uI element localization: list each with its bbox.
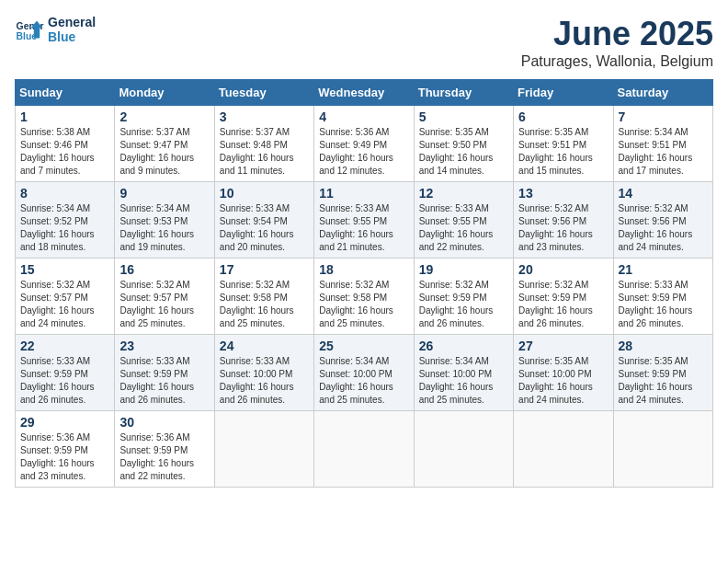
- day-detail: Sunrise: 5:35 AM Sunset: 9:51 PM Dayligh…: [518, 126, 608, 178]
- day-detail: Sunrise: 5:38 AM Sunset: 9:46 PM Dayligh…: [20, 126, 109, 178]
- calendar-week-3: 15 Sunrise: 5:32 AM Sunset: 9:57 PM Dayl…: [16, 259, 713, 335]
- calendar-table: Sunday Monday Tuesday Wednesday Thursday…: [15, 79, 713, 488]
- day-number: 28: [619, 339, 708, 353]
- day-detail: Sunrise: 5:32 AM Sunset: 9:58 PM Dayligh…: [319, 279, 408, 330]
- col-monday: Monday: [115, 80, 214, 106]
- day-detail: Sunrise: 5:32 AM Sunset: 9:57 PM Dayligh…: [119, 279, 209, 330]
- calendar-cell: 10 Sunrise: 5:33 AM Sunset: 9:54 PM Dayl…: [214, 182, 313, 259]
- calendar-cell: 15 Sunrise: 5:32 AM Sunset: 9:57 PM Dayl…: [16, 259, 115, 335]
- day-detail: Sunrise: 5:33 AM Sunset: 9:54 PM Dayligh…: [220, 202, 309, 254]
- col-friday: Friday: [514, 80, 613, 106]
- col-tuesday: Tuesday: [214, 80, 313, 106]
- calendar-cell: 29 Sunrise: 5:36 AM Sunset: 9:59 PM Dayl…: [16, 411, 115, 488]
- calendar-cell: 23 Sunrise: 5:33 AM Sunset: 9:59 PM Dayl…: [115, 335, 214, 411]
- calendar-cell: [414, 411, 513, 488]
- calendar-cell: 27 Sunrise: 5:35 AM Sunset: 10:00 PM Day…: [514, 335, 613, 411]
- day-detail: Sunrise: 5:36 AM Sunset: 9:59 PM Dayligh…: [119, 431, 209, 483]
- day-detail: Sunrise: 5:33 AM Sunset: 9:59 PM Dayligh…: [119, 355, 209, 407]
- calendar-cell: 19 Sunrise: 5:32 AM Sunset: 9:59 PM Dayl…: [414, 259, 513, 335]
- calendar-cell: 12 Sunrise: 5:33 AM Sunset: 9:55 PM Dayl…: [414, 182, 513, 259]
- month-title: June 2025: [521, 15, 713, 53]
- calendar-cell: [314, 411, 414, 488]
- col-saturday: Saturday: [613, 80, 712, 106]
- day-number: 9: [119, 186, 209, 201]
- day-detail: Sunrise: 5:34 AM Sunset: 9:53 PM Dayligh…: [119, 202, 209, 254]
- day-detail: Sunrise: 5:35 AM Sunset: 10:00 PM Daylig…: [518, 355, 608, 407]
- day-detail: Sunrise: 5:32 AM Sunset: 9:58 PM Dayligh…: [220, 279, 309, 330]
- page-header: General Blue General Blue June 2025 Patu…: [15, 15, 713, 70]
- day-detail: Sunrise: 5:34 AM Sunset: 10:00 PM Daylig…: [419, 355, 508, 407]
- day-number: 18: [319, 262, 408, 277]
- day-detail: Sunrise: 5:33 AM Sunset: 9:55 PM Dayligh…: [419, 202, 508, 254]
- logo-icon: General Blue: [15, 15, 44, 44]
- calendar-cell: 26 Sunrise: 5:34 AM Sunset: 10:00 PM Day…: [414, 335, 513, 411]
- calendar-cell: 7 Sunrise: 5:34 AM Sunset: 9:51 PM Dayli…: [613, 106, 712, 182]
- calendar-cell: [613, 411, 712, 488]
- day-detail: Sunrise: 5:33 AM Sunset: 9:59 PM Dayligh…: [619, 279, 708, 330]
- day-number: 2: [119, 109, 209, 124]
- day-number: 24: [220, 339, 309, 353]
- day-number: 25: [319, 339, 408, 353]
- day-number: 11: [319, 186, 408, 201]
- calendar-cell: 9 Sunrise: 5:34 AM Sunset: 9:53 PM Dayli…: [115, 182, 214, 259]
- calendar-week-5: 29 Sunrise: 5:36 AM Sunset: 9:59 PM Dayl…: [16, 411, 713, 488]
- day-detail: Sunrise: 5:37 AM Sunset: 9:48 PM Dayligh…: [220, 126, 309, 178]
- logo-general-text: General: [48, 15, 96, 29]
- day-number: 1: [20, 109, 109, 124]
- col-sunday: Sunday: [16, 80, 115, 106]
- calendar-header-row: Sunday Monday Tuesday Wednesday Thursday…: [16, 80, 713, 106]
- calendar-cell: 16 Sunrise: 5:32 AM Sunset: 9:57 PM Dayl…: [115, 259, 214, 335]
- day-number: 19: [419, 262, 508, 277]
- day-number: 23: [119, 339, 209, 353]
- day-detail: Sunrise: 5:34 AM Sunset: 10:00 PM Daylig…: [319, 355, 408, 407]
- day-number: 4: [319, 109, 408, 124]
- logo-blue-text: Blue: [48, 29, 96, 44]
- location-subtitle: Paturages, Wallonia, Belgium: [521, 53, 713, 70]
- day-number: 6: [518, 109, 608, 124]
- day-detail: Sunrise: 5:34 AM Sunset: 9:51 PM Dayligh…: [619, 126, 708, 178]
- day-number: 5: [419, 109, 508, 124]
- calendar-week-1: 1 Sunrise: 5:38 AM Sunset: 9:46 PM Dayli…: [16, 106, 713, 182]
- day-number: 17: [220, 262, 309, 277]
- calendar-cell: 25 Sunrise: 5:34 AM Sunset: 10:00 PM Day…: [314, 335, 414, 411]
- calendar-cell: 22 Sunrise: 5:33 AM Sunset: 9:59 PM Dayl…: [16, 335, 115, 411]
- col-thursday: Thursday: [414, 80, 513, 106]
- calendar-cell: 14 Sunrise: 5:32 AM Sunset: 9:56 PM Dayl…: [613, 182, 712, 259]
- day-detail: Sunrise: 5:36 AM Sunset: 9:59 PM Dayligh…: [20, 431, 109, 483]
- day-number: 26: [419, 339, 508, 353]
- calendar-cell: 18 Sunrise: 5:32 AM Sunset: 9:58 PM Dayl…: [314, 259, 414, 335]
- logo: General Blue General Blue: [15, 15, 96, 44]
- day-number: 21: [619, 262, 708, 277]
- calendar-cell: 28 Sunrise: 5:35 AM Sunset: 9:59 PM Dayl…: [613, 335, 712, 411]
- calendar-cell: 24 Sunrise: 5:33 AM Sunset: 10:00 PM Day…: [214, 335, 313, 411]
- day-detail: Sunrise: 5:33 AM Sunset: 9:59 PM Dayligh…: [20, 355, 109, 407]
- title-block: June 2025 Paturages, Wallonia, Belgium: [521, 15, 713, 70]
- day-number: 13: [518, 186, 608, 201]
- day-detail: Sunrise: 5:32 AM Sunset: 9:59 PM Dayligh…: [518, 279, 608, 330]
- day-detail: Sunrise: 5:32 AM Sunset: 9:59 PM Dayligh…: [419, 279, 508, 330]
- day-detail: Sunrise: 5:33 AM Sunset: 9:55 PM Dayligh…: [319, 202, 408, 254]
- calendar-cell: 20 Sunrise: 5:32 AM Sunset: 9:59 PM Dayl…: [514, 259, 613, 335]
- calendar-cell: [514, 411, 613, 488]
- day-detail: Sunrise: 5:32 AM Sunset: 9:56 PM Dayligh…: [518, 202, 608, 254]
- day-number: 30: [119, 415, 209, 430]
- day-detail: Sunrise: 5:35 AM Sunset: 9:59 PM Dayligh…: [619, 355, 708, 407]
- day-number: 20: [518, 262, 608, 277]
- calendar-cell: 4 Sunrise: 5:36 AM Sunset: 9:49 PM Dayli…: [314, 106, 414, 182]
- calendar-cell: 2 Sunrise: 5:37 AM Sunset: 9:47 PM Dayli…: [115, 106, 214, 182]
- day-detail: Sunrise: 5:36 AM Sunset: 9:49 PM Dayligh…: [319, 126, 408, 178]
- calendar-cell: 30 Sunrise: 5:36 AM Sunset: 9:59 PM Dayl…: [115, 411, 214, 488]
- calendar-week-4: 22 Sunrise: 5:33 AM Sunset: 9:59 PM Dayl…: [16, 335, 713, 411]
- calendar-cell: 3 Sunrise: 5:37 AM Sunset: 9:48 PM Dayli…: [214, 106, 313, 182]
- day-number: 7: [619, 109, 708, 124]
- day-number: 14: [619, 186, 708, 201]
- day-number: 8: [20, 186, 109, 201]
- calendar-cell: 1 Sunrise: 5:38 AM Sunset: 9:46 PM Dayli…: [16, 106, 115, 182]
- calendar-week-2: 8 Sunrise: 5:34 AM Sunset: 9:52 PM Dayli…: [16, 182, 713, 259]
- day-number: 22: [20, 339, 109, 353]
- day-detail: Sunrise: 5:32 AM Sunset: 9:56 PM Dayligh…: [619, 202, 708, 254]
- calendar-cell: [214, 411, 313, 488]
- day-detail: Sunrise: 5:35 AM Sunset: 9:50 PM Dayligh…: [419, 126, 508, 178]
- day-number: 15: [20, 262, 109, 277]
- calendar-cell: 13 Sunrise: 5:32 AM Sunset: 9:56 PM Dayl…: [514, 182, 613, 259]
